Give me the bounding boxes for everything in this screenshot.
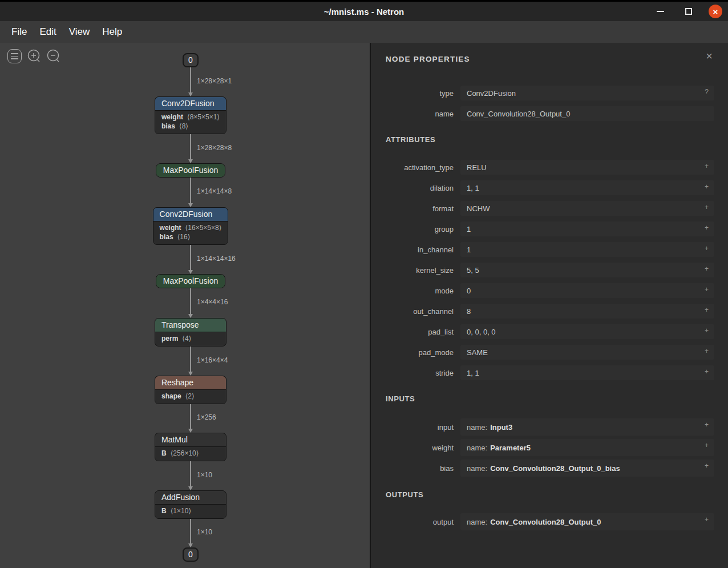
node-transpose[interactable]: Transpose perm⟨4⟩ xyxy=(155,318,227,347)
graph-edge: 1×14×14×8 xyxy=(0,178,381,207)
maximize-button[interactable] xyxy=(681,4,696,19)
name-prefix: name: xyxy=(467,518,487,526)
attr-value: ⟨1×10⟩ xyxy=(171,507,191,515)
input-value-box[interactable]: name: Conv_Convolution28_Output_0_bias + xyxy=(460,460,714,477)
attr-value: ⟨16⟩ xyxy=(177,233,191,241)
close-icon: × xyxy=(713,7,718,16)
node-attributes: perm⟨4⟩ xyxy=(155,332,226,346)
expand-icon[interactable]: + xyxy=(705,162,709,170)
node-conv2dfusion-1[interactable]: Conv2DFusion weight⟨8×5×5×1⟩ bias⟨8⟩ xyxy=(155,96,227,134)
panel-title: NODE PROPERTIES xyxy=(386,55,470,63)
attr-row-stride: stride 1, 1 + xyxy=(371,365,728,380)
graph-edge: 1×28×28×8 xyxy=(0,134,381,163)
attr-value-box[interactable]: 5, 5 + xyxy=(460,263,714,277)
close-window-button[interactable]: × xyxy=(709,5,722,18)
attr-name: bias xyxy=(160,233,173,241)
node-properties-panel: NODE PROPERTIES × type Conv2DFusion ? na… xyxy=(371,43,728,568)
name-prefix: name: xyxy=(467,423,487,432)
zoom-in-button[interactable] xyxy=(26,49,42,64)
minimize-button[interactable] xyxy=(653,4,668,19)
attr-name: bias xyxy=(161,122,175,130)
attr-value-box[interactable]: NCHW + xyxy=(460,201,714,216)
hamburger-icon xyxy=(7,49,22,63)
node-maxpoolfusion-2[interactable]: MaxPoolFusion xyxy=(156,274,226,288)
menu-view[interactable]: View xyxy=(63,21,96,43)
name-prefix: name: xyxy=(467,444,487,452)
expand-icon[interactable]: + xyxy=(705,462,709,470)
graph-output-node[interactable]: 0 xyxy=(183,547,199,562)
input-value-box[interactable]: name: Parameter5 + xyxy=(460,439,714,456)
expand-icon[interactable]: + xyxy=(705,421,709,429)
graph-edge: 1×4×4×16 xyxy=(0,288,381,318)
expand-icon[interactable]: + xyxy=(705,285,709,293)
close-panel-button[interactable]: × xyxy=(706,50,713,62)
menu-edit[interactable]: Edit xyxy=(33,21,62,43)
output-value-box[interactable]: name: Conv_Convolution28_Output_0 + xyxy=(460,513,714,530)
input-value-box[interactable]: name: Input3 + xyxy=(460,418,714,436)
expand-icon[interactable]: + xyxy=(705,347,709,355)
menu-file[interactable]: File xyxy=(5,21,33,43)
input-tensor-name: Parameter5 xyxy=(490,444,531,452)
help-icon[interactable]: ? xyxy=(705,88,709,96)
node-conv2dfusion-2[interactable]: Conv2DFusion weight⟨16×5×5×8⟩ bias⟨16⟩ xyxy=(153,207,229,245)
expand-icon[interactable]: + xyxy=(705,306,709,314)
input-row-weight: weight name: Parameter5 + xyxy=(371,439,728,456)
edge-shape-label: 1×14×14×8 xyxy=(197,187,232,195)
attr-value-box[interactable]: 1, 1 + xyxy=(460,180,714,195)
close-icon: × xyxy=(706,50,713,62)
menu-help[interactable]: Help xyxy=(96,21,128,43)
graph-input-node[interactable]: 0 xyxy=(183,53,199,67)
attr-value: ⟨8⟩ xyxy=(179,122,188,130)
expand-icon[interactable]: + xyxy=(705,327,709,335)
property-value: Conv_Convolution28_Output_0 xyxy=(467,110,570,118)
attr-value-box[interactable]: 8 + xyxy=(460,304,714,319)
outputs-heading: OUTPUTS xyxy=(386,490,423,499)
arrow-icon xyxy=(188,159,193,163)
node-title: MaxPoolFusion xyxy=(156,275,225,288)
zoom-out-icon xyxy=(46,49,61,64)
node-addfusion[interactable]: AddFusion B⟨1×10⟩ xyxy=(155,490,227,519)
property-label: type xyxy=(371,89,460,98)
model-menu-button[interactable] xyxy=(7,49,22,64)
attr-value-box[interactable]: 1 + xyxy=(460,221,714,236)
name-value-box[interactable]: Conv_Convolution28_Output_0 xyxy=(460,106,714,121)
attr-value-box[interactable]: SAME + xyxy=(460,345,714,360)
attr-value-box[interactable]: 1 + xyxy=(460,242,714,257)
expand-icon[interactable]: + xyxy=(705,224,709,232)
attr-value-box[interactable]: 1, 1 + xyxy=(460,365,714,380)
node-title: MaxPoolFusion xyxy=(156,164,225,177)
zoom-out-button[interactable] xyxy=(46,49,61,64)
arrow-icon xyxy=(188,203,193,207)
graph-edge: 1×10 xyxy=(0,519,381,547)
attr-label: group xyxy=(371,225,460,233)
edge-shape-label: 1×14×14×16 xyxy=(197,254,236,262)
input-tensor-name: Input3 xyxy=(490,423,512,432)
expand-icon[interactable]: + xyxy=(705,244,709,252)
expand-icon[interactable]: + xyxy=(705,183,709,191)
node-matmul[interactable]: MatMul B⟨256×10⟩ xyxy=(155,433,227,461)
expand-icon[interactable]: + xyxy=(705,265,709,273)
type-value-box[interactable]: Conv2DFusion ? xyxy=(460,86,714,100)
node-title: Reshape xyxy=(155,376,226,389)
arrow-icon xyxy=(188,543,193,547)
arrow-icon xyxy=(188,92,193,96)
node-maxpoolfusion-1[interactable]: MaxPoolFusion xyxy=(156,163,226,178)
attr-row-mode: mode 0 + xyxy=(371,283,728,298)
expand-icon[interactable]: + xyxy=(705,441,709,449)
input-row-input: input name: Input3 + xyxy=(371,418,728,436)
expand-icon[interactable]: + xyxy=(705,515,709,523)
attr-label: activation_type xyxy=(371,163,460,172)
graph-edge: 1×10 xyxy=(0,461,381,490)
property-value: Conv2DFusion xyxy=(467,89,516,98)
attr-value: ⟨2⟩ xyxy=(185,392,195,400)
expand-icon[interactable]: + xyxy=(705,203,709,211)
graph-canvas[interactable]: 0 1×28×28×1 Conv2DFusion weight⟨8×5×5×1⟩… xyxy=(0,43,371,568)
attr-value-box[interactable]: RELU + xyxy=(460,160,714,175)
node-reshape[interactable]: Reshape shape⟨2⟩ xyxy=(155,376,227,404)
attr-value: NCHW xyxy=(467,204,490,213)
attr-value-box[interactable]: 0 + xyxy=(460,283,714,298)
expand-icon[interactable]: + xyxy=(705,368,709,376)
attr-value-box[interactable]: 0, 0, 0, 0 + xyxy=(460,324,714,339)
model-graph: 0 1×28×28×1 Conv2DFusion weight⟨8×5×5×1⟩… xyxy=(0,53,381,562)
arrow-icon xyxy=(188,429,193,433)
